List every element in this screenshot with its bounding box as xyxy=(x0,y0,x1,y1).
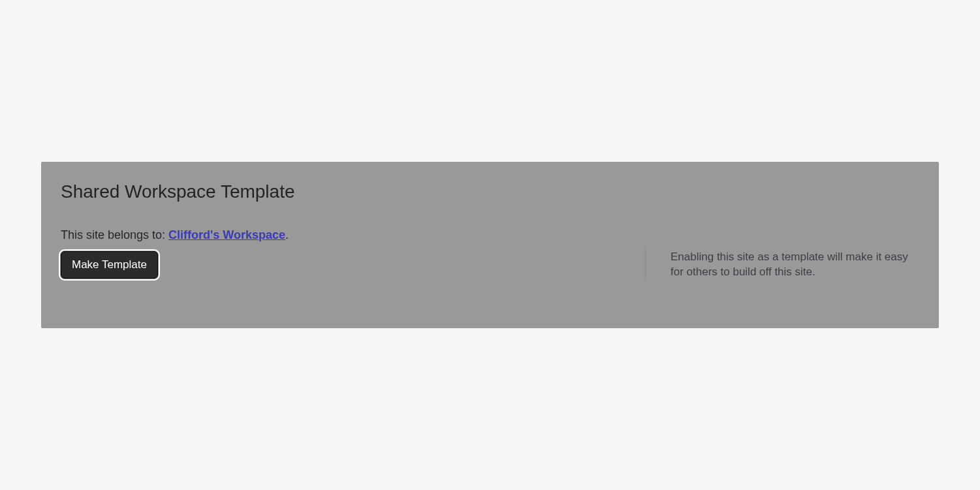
belongs-suffix: . xyxy=(285,228,289,241)
panel-title: Shared Workspace Template xyxy=(61,181,919,202)
content-row: Make Template Enabling this site as a te… xyxy=(61,251,919,280)
belongs-prefix: This site belongs to: xyxy=(61,228,168,241)
action-column: Make Template xyxy=(61,251,645,279)
belongs-to-text: This site belongs to: Clifford's Workspa… xyxy=(61,228,919,242)
make-template-button[interactable]: Make Template xyxy=(61,251,158,279)
help-column: Enabling this site as a template will ma… xyxy=(645,250,919,280)
help-text: Enabling this site as a template will ma… xyxy=(671,250,919,280)
workspace-link[interactable]: Clifford's Workspace xyxy=(168,228,285,241)
shared-workspace-template-panel: Shared Workspace Template This site belo… xyxy=(41,162,939,329)
